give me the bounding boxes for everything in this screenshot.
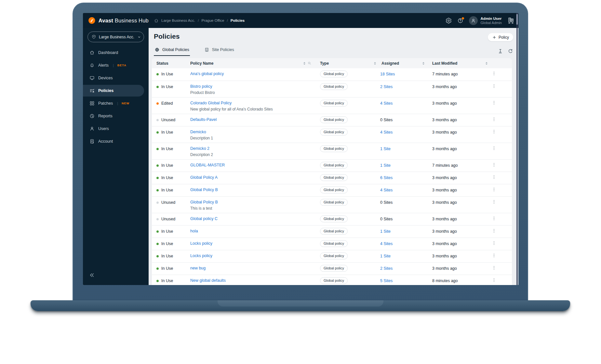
policy-name-link[interactable]: Colorado Global Policy [190,101,320,106]
type-badge: Global policy [320,71,348,77]
sidebar-item-patches[interactable]: Patches|NEW [83,98,144,109]
table-row: In Usenew bugGlobal policy2 Sites3 month… [152,262,512,275]
account-selector[interactable]: Large Business Acc. [87,32,144,42]
add-policy-button[interactable]: Policy [488,33,513,41]
help-icon[interactable] [457,18,463,24]
row-menu-button[interactable] [491,100,497,114]
person-icon [471,18,476,23]
row-menu-button[interactable] [491,175,497,184]
sidebar-item-devices[interactable]: Devices [83,72,144,84]
breadcrumb-item[interactable]: Large Business Acc. [161,19,195,22]
user-icon [89,126,95,131]
assigned-sites-link[interactable]: 2 Sites [380,84,393,89]
row-menu-button[interactable] [491,84,497,97]
row-menu-button[interactable] [491,199,497,213]
policy-name-link[interactable]: Demicko 2 [190,146,320,151]
sidebar-item-account[interactable]: Account [83,136,144,147]
row-menu-button[interactable] [491,240,497,250]
sort-icon[interactable] [422,62,424,65]
assigned-sites-link[interactable]: 1 Site [380,163,391,168]
top-bar: Avast Business Hub Large Business Acc./P… [83,13,518,28]
sort-icon[interactable] [374,62,376,65]
row-menu-button[interactable] [491,71,497,81]
column-header-last-modified[interactable]: Last Modified [432,61,487,66]
policy-name-link[interactable]: hola [190,229,320,234]
refresh-icon[interactable] [508,48,513,54]
policy-name-link[interactable]: Ana's global policy [190,72,320,76]
assigned-sites-link[interactable]: 18 Sites [380,72,395,76]
policy-name-link[interactable]: Global Policy B [190,200,320,205]
policy-name-link[interactable]: Locks policy [190,254,320,258]
status-dot-unused [156,202,159,204]
gear-icon[interactable] [446,18,452,24]
assigned-sites-link[interactable]: 4 Sites [380,130,393,135]
row-menu-button[interactable] [491,129,497,143]
breadcrumb-item[interactable]: Prague Office [201,19,224,22]
status-dot-in-use [156,73,159,75]
row-menu-button[interactable] [491,265,497,275]
sort-icon[interactable] [303,62,305,65]
account-selector-label: Large Business Acc. [99,35,134,39]
policy-name-link[interactable]: Global Policy A [190,175,320,180]
status-dot-in-use [156,267,159,270]
row-menu-button[interactable] [491,216,497,225]
policy-name-link[interactable]: Global policy C [190,216,320,221]
assigned-sites-link[interactable]: 6 Sites [380,176,393,180]
row-menu-button[interactable] [491,162,497,172]
policy-name-link[interactable]: New global defaults [190,278,320,283]
scrollbar-thumb[interactable] [516,14,518,25]
policy-name-link[interactable]: Demicko [190,130,320,135]
row-menu-button[interactable] [491,187,497,196]
search-icon[interactable] [307,61,312,65]
home-icon[interactable] [154,18,159,23]
assigned-sites-link[interactable]: 4 Sites [380,241,393,246]
sidebar-item-dashboard[interactable]: Dashboard [83,47,144,58]
scrollbar-track[interactable] [516,13,518,285]
column-header-policy-name[interactable]: Policy Name [181,61,320,66]
column-header-assigned[interactable]: Assigned [380,61,432,66]
assigned-sites-link[interactable]: 4 Sites [380,188,393,192]
sort-up-arrow [303,62,305,63]
policy-name-link[interactable]: Locks policy [190,241,320,246]
policy-name-link[interactable]: Global Policy B [190,188,320,192]
tab-global-policies[interactable]: Global Policies [154,47,190,56]
row-menu-button[interactable] [491,117,497,126]
policy-name-link[interactable]: Defaults-Pavel [190,117,320,122]
sort-up-arrow [422,62,424,63]
sidebar-item-reports[interactable]: Reports [83,110,144,122]
buildings-switch-icon[interactable] [507,17,514,24]
assigned-sites-link[interactable]: 4 Sites [380,101,393,106]
type-badge: Global policy [320,228,348,235]
sidebar-collapse-button[interactable] [89,272,95,280]
pie-chart-icon [89,113,95,119]
type-cell: Global policy [320,68,380,81]
row-menu-button[interactable] [491,278,497,285]
status-dot-in-use [156,148,159,150]
policy-name-link[interactable]: Bistro policy [190,84,320,89]
assigned-sites-link[interactable]: 1 Site [380,229,391,234]
checklist-icon [89,88,95,93]
sidebar-item-policies[interactable]: Policies [83,85,144,97]
policy-name-cell: Bistro policyProduct Bistro [181,81,320,97]
status-dot-in-use [156,86,159,88]
tab-site-policies[interactable]: Site Policies [204,47,235,56]
actions-cell [487,263,512,275]
column-header-type[interactable]: Type [320,61,380,66]
assigned-sites-link[interactable]: 1 Site [380,147,391,151]
sort-icon[interactable] [486,62,487,65]
policy-name-link[interactable]: new bug [190,266,320,271]
row-menu-button[interactable] [491,146,497,159]
sidebar-item-users[interactable]: Users [83,123,144,135]
status-cell: In Use [152,238,181,250]
assigned-sites-link[interactable]: 2 Sites [380,266,393,271]
text-cursor-icon[interactable] [498,48,503,54]
policy-name-link[interactable]: GLOBAL-MASTER [190,163,320,168]
sidebar-item-alerts[interactable]: Alerts|BETA [83,59,144,71]
row-menu-button[interactable] [491,228,497,238]
status-cell: Edited [152,98,181,114]
row-menu-button[interactable] [491,253,497,262]
user-menu[interactable]: Admin User Global Admin [469,16,502,25]
last-modified-cell: 7 minutes ago [432,160,487,172]
assigned-sites-link[interactable]: 1 Site [380,254,391,258]
assigned-sites-link[interactable]: 5 Sites [380,279,393,283]
